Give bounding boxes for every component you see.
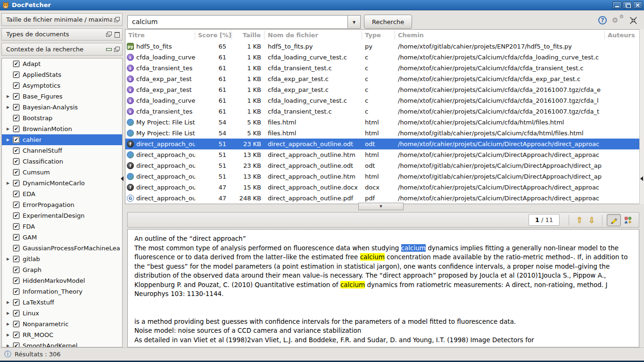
tree-item-BrownianMotion[interactable]: ▶✔BrownianMotion [2,123,122,134]
tree-item-ExperimentalDesign[interactable]: ✔ExperimentalDesign [2,210,122,221]
checkbox-icon[interactable]: ✔ [13,61,19,67]
tree-item-ChannelStuff[interactable]: ✔ChannelStuff [2,145,122,156]
table-row[interactable]: Gdirect_approach_ou47248 KBdirect_approa… [125,193,639,204]
tree-item-RR_MOOC[interactable]: ▶✔RR_MOOC [2,329,122,340]
checkbox-icon[interactable]: ✔ [13,332,19,338]
checkbox-icon[interactable]: ✔ [13,310,19,316]
table-row[interactable]: My Project: File List545 KBfiles.htmlhtm… [125,128,639,139]
expander-icon[interactable]: ▶ [7,138,13,142]
checkbox-icon[interactable]: ✔ [13,104,19,110]
table-row[interactable]: εcfda_transient_tes611 KBcfda_transient_… [125,106,639,117]
column-header-nom-de-fichier[interactable]: Nom de fichier [265,31,362,40]
checkbox-icon[interactable]: ✔ [13,137,19,143]
tree-item-AppliedStats[interactable]: ✔AppliedStats [2,69,122,80]
checkbox-icon[interactable]: ✔ [13,223,19,230]
checkbox-icon[interactable]: ✔ [13,191,19,197]
tree-item-Classification[interactable]: ✔Classification [2,156,122,167]
table-row[interactable]: εcfda_loading_curve611 KBcfda_loading_cu… [125,52,639,63]
minimize-panel-icon[interactable] [106,47,111,52]
checkbox-icon[interactable]: ✔ [13,158,19,165]
checkbox-icon[interactable]: ✔ [13,299,19,305]
table-scroll-down-button[interactable]: ▼ [358,203,404,210]
expander-icon[interactable]: ▶ [7,300,13,304]
checkbox-icon[interactable]: ✔ [13,234,19,240]
tree-item-Bootstrap[interactable]: ✔Bootstrap [2,113,122,123]
preferences-gears-icon[interactable]: ⚙⚙ [613,16,623,25]
checkbox-icon[interactable]: ✔ [13,213,19,219]
tree-item-GAM[interactable]: ✔GAM [2,232,122,243]
tree-item-Information_Theory[interactable]: ✔Information_Theory [2,286,122,297]
checkbox-icon[interactable]: ✔ [13,180,19,186]
checkbox-icon[interactable]: ✔ [13,72,19,78]
table-row[interactable]: fdirect_approach_ou5123 KBdirect_approac… [125,160,639,171]
search-input[interactable] [127,15,348,29]
column-header-score-[interactable]: Score [%] [195,31,232,40]
checkbox-icon[interactable]: ✔ [13,202,19,208]
table-row[interactable]: fdirect_approach_ou4715 KBdirect_approac… [125,182,639,193]
panel-filesize[interactable]: Taille de fichier minimale / maximale [1,13,123,26]
search-button[interactable]: Recherche [364,15,412,29]
tree-item-Nonparametric[interactable]: ▶✔Nonparametric [2,319,122,329]
tree-item-HiddenMarkovModel[interactable]: ✔HiddenMarkovModel [2,275,122,286]
expander-icon[interactable]: ▶ [7,322,13,326]
tree-item-EDA[interactable]: ✔EDA [2,189,122,199]
tree-item-Bayesian-Analysis[interactable]: ▶✔Bayesian-Analysis [2,102,122,113]
expander-icon[interactable]: ▶ [7,94,13,99]
tree-item-Adapt[interactable]: ✔Adapt [2,58,122,69]
table-row[interactable]: My Project: File List545 KBfiles.htmlhtm… [125,117,639,128]
tree-item-GaussianProcessForMachineLea[interactable]: ✔GaussianProcessForMachineLea [2,243,122,254]
restore-panel-icon[interactable] [114,17,119,22]
tree-item-Graph[interactable]: ✔Graph [2,264,122,275]
tree-item-SmoothAndKernel[interactable]: ▶✔SmoothAndKernel [2,340,122,347]
column-header-taille[interactable]: Taille [232,31,265,40]
restore-panel-icon[interactable] [114,47,119,52]
table-row[interactable]: direct_approach_ou5113 KBdirect_approach… [125,171,639,182]
tree-item-FDA[interactable]: ✔FDA [2,221,122,232]
checkbox-icon[interactable]: ✔ [13,82,19,89]
tree-item-Asymptotics[interactable]: ✔Asymptotics [2,80,122,91]
panel-doctypes[interactable]: Types de documents [1,28,123,41]
tree-item-gitlab[interactable]: ▶✔gitlab [2,254,122,264]
left-sash-collapse-arrow[interactable] [121,176,124,181]
expander-icon[interactable]: ▶ [7,181,13,185]
checkbox-icon[interactable]: ✔ [13,148,19,154]
right-sash-collapse-arrow[interactable] [640,176,643,181]
expander-icon[interactable]: ▶ [7,344,13,347]
expander-icon[interactable]: ▶ [7,333,13,337]
checkbox-icon[interactable]: ✔ [13,278,19,284]
tree-item-LaTeXstuff[interactable]: ▶✔LaTeXstuff [2,297,122,308]
checkbox-icon[interactable]: ✔ [13,267,19,273]
table-row[interactable]: pyhdf5_to_fits651 KBhdf5_to_fits.pypy/ho… [125,41,639,52]
checkbox-icon[interactable]: ✔ [13,245,19,251]
checkbox-icon[interactable]: ✔ [13,256,19,262]
restore-window-button[interactable] [623,1,632,8]
close-window-button[interactable]: × [633,1,642,8]
panel-search-scope[interactable]: Contexte de la recherche [1,43,123,56]
tree-item-Base_Figures[interactable]: ▶✔Base_Figures [2,91,122,102]
previous-match-button[interactable]: ⇧ [573,215,586,225]
table-row[interactable]: direct_approach_ou5113 KBdirect_approach… [125,149,639,160]
checkbox-icon[interactable]: ✔ [13,126,19,132]
table-row[interactable]: εcfda_exp_par_test611 KBcfda_exp_par_tes… [125,74,639,84]
restore-panel-icon[interactable] [106,32,111,37]
checkbox-icon[interactable]: ✔ [13,115,19,121]
expander-icon[interactable]: ▶ [7,105,13,109]
expander-icon[interactable]: ▶ [7,311,13,315]
checkbox-icon[interactable]: ✔ [13,169,19,175]
tree-item-ErrorPropagation[interactable]: ✔ErrorPropagation [2,199,122,210]
help-icon[interactable]: ? [598,16,607,25]
preview-settings-shapes-icon[interactable] [621,214,635,226]
table-row[interactable]: εcfda_loading_curve611 KBcfda_loading_cu… [125,95,639,106]
search-dropdown-button[interactable]: ▼ [348,15,361,29]
column-header-type[interactable]: Type [362,31,395,40]
tree-item-DynamicMonteCarlo[interactable]: ▶✔DynamicMonteCarlo [2,178,122,189]
table-row[interactable]: εcfda_transient_tes611 KBcfda_transient_… [125,63,639,74]
collapse-arrows-icon[interactable] [629,16,637,25]
column-header-chemin[interactable]: Chemin [395,31,605,40]
highlighter-toggle-button[interactable] [607,214,621,226]
table-row[interactable]: fdirect_approach_ou5123 KBdirect_approac… [125,139,639,149]
maximize-panel-icon[interactable] [114,32,119,37]
next-match-button[interactable]: ⇩ [586,215,598,225]
expander-icon[interactable]: ▶ [7,127,13,131]
tree-item-cahier[interactable]: ▶✔cahier [2,134,122,145]
